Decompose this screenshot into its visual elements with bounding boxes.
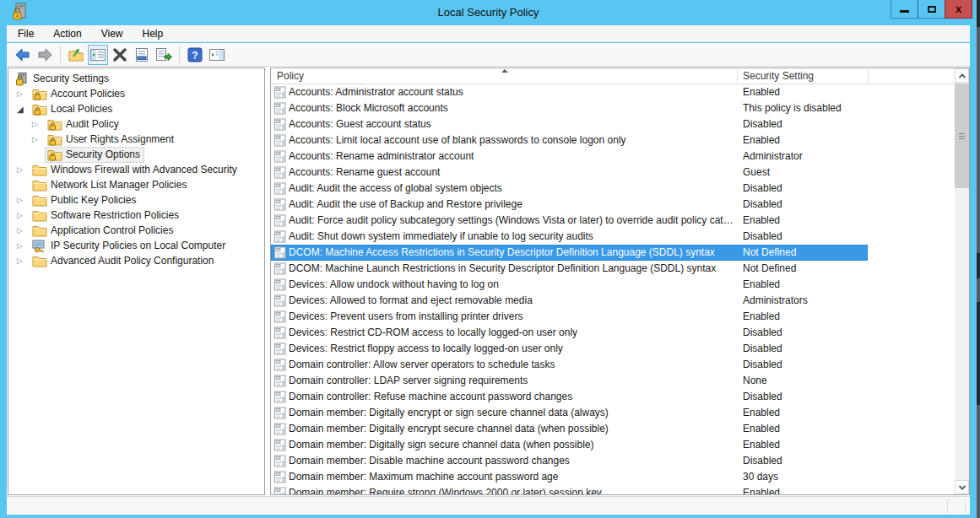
policy-row-dcom-machine-access-restrictions-in-secu[interactable]: 1001010DCOM: Machine Access Restrictions… bbox=[271, 245, 955, 261]
column-resize-handle[interactable] bbox=[868, 69, 869, 83]
tree-item-user-rights-assignment[interactable]: ▷User Rights Assignment bbox=[8, 132, 264, 147]
export-list-button[interactable] bbox=[154, 45, 174, 65]
status-separator bbox=[965, 499, 966, 512]
svg-text:10: 10 bbox=[276, 303, 279, 306]
expand-arrow-icon[interactable]: ▷ bbox=[17, 89, 30, 98]
forward-button[interactable] bbox=[35, 45, 55, 65]
menu-action[interactable]: Action bbox=[45, 26, 89, 41]
menu-file[interactable]: File bbox=[9, 26, 42, 41]
policy-row-audit-force-audit-policy-subcategory-set[interactable]: 1001010Audit: Force audit policy subcate… bbox=[271, 213, 955, 229]
svg-text:10: 10 bbox=[276, 271, 279, 274]
policy-row-audit-audit-the-use-of-backup-and-restor[interactable]: 1001010Audit: Audit the use of Backup an… bbox=[271, 197, 955, 213]
tree-item-local-policies[interactable]: ◢Local Policies bbox=[8, 101, 264, 116]
tree-item-security-options[interactable]: Security Options bbox=[8, 147, 264, 162]
expand-arrow-icon[interactable]: ▷ bbox=[17, 241, 30, 250]
security-setting-value: Administrator bbox=[743, 148, 865, 165]
expand-arrow-icon[interactable]: ▷ bbox=[17, 196, 30, 204]
policy-row-accounts-block-microsoft-accounts[interactable]: 1001010Accounts: Block Microsoft account… bbox=[271, 100, 955, 116]
svg-text:10: 10 bbox=[276, 159, 279, 162]
policy-row-domain-member-digitally-encrypt-secure-c[interactable]: 1001010Domain member: Digitally encrypt … bbox=[271, 421, 955, 437]
help-icon: ? bbox=[187, 47, 203, 62]
policy-row-audit-shut-down-system-immediately-if-un[interactable]: 1001010Audit: Shut down system immediate… bbox=[271, 229, 955, 245]
menu-help[interactable]: Help bbox=[134, 26, 172, 41]
policy-row-accounts-guest-account-status[interactable]: 1001010Accounts: Guest account statusDis… bbox=[271, 116, 955, 132]
policy-document-icon: 1001010 bbox=[274, 391, 286, 403]
delete-button[interactable] bbox=[110, 45, 130, 65]
policy-row-accounts-rename-guest-account[interactable]: 1001010Accounts: Rename guest accountGue… bbox=[271, 165, 955, 181]
column-header-security-setting[interactable]: Security Setting bbox=[737, 68, 868, 84]
scroll-down-button[interactable] bbox=[955, 480, 969, 494]
tree-item-windows-firewall-with-advanced-security[interactable]: ▷Windows Firewall with Advanced Security bbox=[8, 162, 264, 177]
properties-button[interactable] bbox=[132, 45, 152, 65]
titlebar[interactable]: Local Security Policy x bbox=[0, 0, 977, 25]
policy-row-devices-allowed-to-format-and-eject-remo[interactable]: 1001010Devices: Allowed to format and ej… bbox=[271, 293, 955, 309]
expand-arrow-icon[interactable]: ▷ bbox=[17, 226, 30, 235]
policy-row-domain-member-digitally-encrypt-or-sign-[interactable]: 1001010Domain member: Digitally encrypt … bbox=[271, 405, 955, 421]
vertical-scrollbar[interactable] bbox=[955, 68, 969, 494]
local-security-policy-window: Local Security Policy x File Action View… bbox=[0, 0, 977, 518]
tree-item-label: Public Key Policies bbox=[51, 194, 136, 206]
svg-text:10: 10 bbox=[276, 94, 279, 98]
desktop-background bbox=[977, 0, 980, 27]
help-button[interactable]: ? bbox=[185, 45, 205, 65]
tree-item-public-key-policies[interactable]: ▷Public Key Policies bbox=[8, 192, 264, 208]
svg-text:10: 10 bbox=[276, 175, 279, 178]
expand-arrow-icon[interactable]: ▷ bbox=[17, 256, 30, 265]
expand-arrow-icon[interactable]: ▷ bbox=[17, 211, 30, 219]
svg-text:10: 10 bbox=[276, 255, 279, 258]
policy-row-domain-member-disable-machine-account-pa[interactable]: 1001010Domain member: Disable machine ac… bbox=[271, 453, 955, 469]
policy-row-audit-audit-the-access-of-global-system-[interactable]: 1001010Audit: Audit the access of global… bbox=[271, 181, 955, 197]
column-resize-handle[interactable] bbox=[737, 69, 738, 83]
tree-item-account-policies[interactable]: ▷Account Policies bbox=[8, 86, 264, 101]
policy-row-devices-prevent-users-from-installing-pr[interactable]: 1001010Devices: Prevent users from insta… bbox=[271, 309, 955, 325]
tree-item-content: Windows Firewall with Advanced Security bbox=[30, 162, 241, 178]
expand-arrow-icon[interactable]: ▷ bbox=[32, 135, 45, 143]
tree-item-content: Security Settings bbox=[12, 71, 113, 87]
policy-document-icon: 1001010 bbox=[274, 310, 286, 323]
action-pane-icon bbox=[208, 47, 225, 62]
policy-row-accounts-administrator-account-status[interactable]: 1001010Accounts: Administrator account s… bbox=[271, 84, 955, 100]
policy-row-domain-member-require-strong-windows-200[interactable]: 1001010Domain member: Require strong (Wi… bbox=[271, 485, 955, 494]
close-button[interactable]: x bbox=[945, 0, 972, 19]
security-setting-value: Disabled bbox=[743, 116, 865, 132]
svg-text:10: 10 bbox=[276, 335, 279, 338]
scrollbar-thumb[interactable] bbox=[955, 84, 969, 188]
policy-document-icon: 1001010 bbox=[274, 343, 286, 355]
tree-item-ip-security-policies-on-local-computer[interactable]: ▷IP Security Policies on Local Computer bbox=[8, 238, 264, 253]
security-setting-value: Enabled bbox=[743, 132, 865, 148]
policy-row-accounts-rename-administrator-account[interactable]: 1001010Accounts: Rename administrator ac… bbox=[271, 148, 955, 165]
maximize-button[interactable] bbox=[918, 0, 945, 19]
policy-row-domain-controller-ldap-server-signing-re[interactable]: 1001010Domain controller: LDAP server si… bbox=[271, 373, 955, 389]
menu-view[interactable]: View bbox=[93, 26, 132, 41]
policy-row-devices-allow-undock-without-having-to-l[interactable]: 1001010Devices: Allow undock without hav… bbox=[271, 277, 955, 293]
policy-row-domain-controller-allow-server-operators[interactable]: 1001010Domain controller: Allow server o… bbox=[271, 357, 955, 373]
svg-text:10: 10 bbox=[276, 239, 279, 242]
policy-name: Audit: Audit the use of Backup and Resto… bbox=[289, 197, 734, 213]
policy-row-domain-member-maximum-machine-account-pa[interactable]: 1001010Domain member: Maximum machine ac… bbox=[271, 469, 955, 485]
policy-row-domain-member-digitally-sign-secure-chan[interactable]: 1001010Domain member: Digitally sign sec… bbox=[271, 437, 955, 453]
tree-item-software-restriction-policies[interactable]: ▷Software Restriction Policies bbox=[8, 208, 264, 223]
expand-arrow-icon[interactable]: ▷ bbox=[32, 120, 45, 128]
tree-item-audit-policy[interactable]: ▷Audit Policy bbox=[8, 116, 264, 132]
policy-row-devices-restrict-floppy-access-to-locall[interactable]: 1001010Devices: Restrict floppy access t… bbox=[271, 341, 955, 357]
tree-item-network-list-manager-policies[interactable]: Network List Manager Policies bbox=[8, 177, 264, 192]
minimize-button[interactable] bbox=[891, 0, 918, 19]
policy-name: Devices: Allow undock without having to … bbox=[289, 277, 734, 293]
policy-row-domain-controller-refuse-machine-account[interactable]: 1001010Domain controller: Refuse machine… bbox=[271, 389, 955, 405]
menu-bar: File Action View Help bbox=[7, 25, 970, 42]
policy-row-devices-restrict-cd-rom-access-to-locall[interactable]: 1001010Devices: Restrict CD-ROM access t… bbox=[271, 325, 955, 341]
tree-item-application-control-policies[interactable]: ▷Application Control Policies bbox=[8, 223, 264, 238]
security-setting-value: Enabled bbox=[743, 213, 865, 229]
scroll-up-button[interactable] bbox=[955, 68, 969, 83]
up-one-level-button[interactable] bbox=[66, 45, 86, 65]
tree-item-advanced-audit-policy-configuration[interactable]: ▷Advanced Audit Policy Configuration bbox=[8, 253, 264, 268]
back-button[interactable] bbox=[13, 45, 33, 65]
show-action-pane-button[interactable] bbox=[207, 45, 227, 65]
tree-item-security-settings[interactable]: Security Settings bbox=[8, 71, 264, 86]
tree-item-content: Network List Manager Policies bbox=[30, 177, 191, 193]
expand-arrow-icon[interactable]: ▷ bbox=[17, 165, 30, 174]
policy-row-dcom-machine-launch-restrictions-in-secu[interactable]: 1001010DCOM: Machine Launch Restrictions… bbox=[271, 261, 955, 277]
policy-row-accounts-limit-local-account-use-of-blan[interactable]: 1001010Accounts: Limit local account use… bbox=[271, 132, 955, 148]
show-console-tree-button[interactable] bbox=[88, 45, 108, 65]
collapse-arrow-icon[interactable]: ◢ bbox=[17, 105, 30, 114]
